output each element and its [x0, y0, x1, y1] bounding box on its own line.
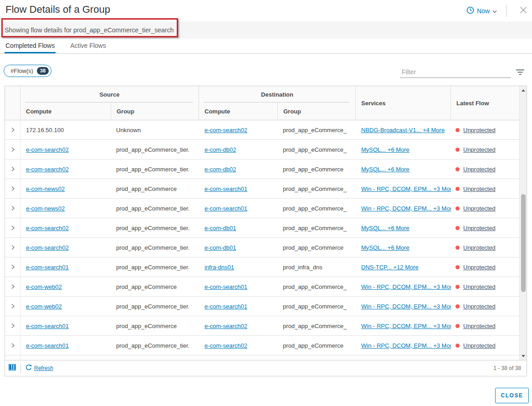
flow-count-pill[interactable]: #Flow(s) 38	[4, 65, 51, 77]
dest-compute-link[interactable]: e-com-search02	[199, 323, 277, 329]
tab-completed-flows[interactable]: Completed Flows	[5, 40, 56, 53]
status-dot	[455, 128, 460, 132]
unprotected-link[interactable]: Unprotected	[463, 225, 496, 231]
unprotected-link[interactable]: Unprotected	[463, 127, 496, 134]
services-link[interactable]: MySQL... +6 More	[356, 225, 451, 231]
source-group-column-header[interactable]: Group	[111, 103, 199, 120]
flow-count-label: #Flow(s)	[10, 67, 33, 74]
table-row: e-com-search01 prod_app_eCommerce e-com-…	[5, 316, 519, 336]
columns-icon[interactable]	[9, 364, 16, 372]
source-compute-link[interactable]: e-com-news02	[20, 185, 111, 192]
services-link[interactable]: MySQL... +6 More	[356, 166, 451, 173]
services-link[interactable]: NBDG-Broadcast-V1... +4 More	[356, 127, 451, 134]
unprotected-link[interactable]: Unprotected	[463, 303, 496, 310]
unprotected-link[interactable]: Unprotected	[463, 146, 496, 153]
expand-row-button[interactable]	[5, 336, 20, 355]
chevron-down-icon	[492, 7, 497, 15]
expand-row-button[interactable]	[5, 277, 20, 296]
source-compute-link[interactable]: e-com-search01	[20, 342, 111, 349]
scrollbar-up-button[interactable]	[520, 87, 527, 93]
services-link[interactable]: DNS-TCP... +12 More	[356, 264, 451, 271]
unprotected-link[interactable]: Unprotected	[463, 323, 496, 329]
services-column-header[interactable]: Services	[356, 86, 451, 120]
source-compute-link[interactable]: e-com-news02	[20, 205, 111, 212]
services-link[interactable]: Win - RPC, DCOM, EPM... +3 More	[356, 303, 451, 310]
services-link[interactable]: Win - RPC, DCOM, EPM... +3 More	[356, 205, 451, 212]
dest-compute-link[interactable]: e-com-search01	[199, 303, 277, 310]
chevron-right-icon	[10, 245, 15, 250]
dest-compute-link[interactable]: e-com-search01	[199, 283, 277, 290]
source-group-text: prod_app_eCommerce	[111, 283, 199, 290]
expand-row-button[interactable]	[5, 257, 20, 277]
expand-row-button[interactable]	[5, 297, 20, 316]
expand-row-button[interactable]	[5, 120, 20, 139]
dest-compute-column-header[interactable]: Compute	[199, 103, 277, 120]
dest-compute-link[interactable]: e-com-db02	[199, 146, 277, 153]
refresh-button[interactable]: Refresh	[26, 364, 53, 372]
dest-group-column-header[interactable]: Group	[277, 103, 356, 120]
latest-flow-column-header[interactable]: Latest Flow	[451, 86, 519, 120]
refresh-label: Refresh	[34, 365, 53, 371]
close-dialog-button[interactable]	[518, 6, 528, 16]
time-range-label: Now	[477, 7, 490, 15]
source-compute-link[interactable]: e-com-search02	[20, 166, 111, 173]
expand-row-button[interactable]	[5, 199, 20, 218]
source-compute-link[interactable]: e-com-web02	[20, 303, 111, 310]
expand-row-button[interactable]	[5, 218, 20, 237]
source-compute-link[interactable]: e-com-search01	[20, 323, 111, 329]
expand-row-button[interactable]	[5, 140, 20, 159]
services-link[interactable]: Win - RPC, DCOM, EPM... +3 More	[356, 342, 451, 349]
unprotected-link[interactable]: Unprotected	[463, 166, 496, 173]
time-range-dropdown[interactable]: Now	[466, 6, 497, 16]
scrollbar-thumb[interactable]	[521, 194, 526, 292]
chevron-right-icon	[10, 127, 15, 133]
filter-icon[interactable]	[516, 69, 525, 77]
services-link[interactable]: Win - RPC, DCOM, EPM... +3 More	[356, 283, 451, 290]
dest-compute-link[interactable]: infra-dns01	[199, 264, 277, 271]
expand-row-button[interactable]	[5, 316, 20, 335]
source-compute-link[interactable]: e-com-search01	[20, 264, 111, 271]
filter-input[interactable]	[400, 66, 511, 78]
flow-count-badge: 38	[37, 67, 49, 75]
unprotected-link[interactable]: Unprotected	[463, 205, 496, 212]
expand-row-button[interactable]	[5, 238, 20, 257]
status-dot	[455, 304, 460, 308]
dialog-header-actions: Now	[466, 5, 528, 17]
source-compute-column-header[interactable]: Compute	[20, 103, 111, 120]
unprotected-link[interactable]: Unprotected	[463, 244, 496, 251]
source-compute-link[interactable]: e-com-search02	[20, 225, 111, 231]
unprotected-link[interactable]: Unprotected	[463, 185, 496, 192]
chevron-right-icon	[10, 166, 15, 172]
unprotected-link[interactable]: Unprotected	[463, 283, 496, 290]
dest-compute-link[interactable]: e-com-search02	[199, 342, 277, 349]
flow-details-dialog: Flow Details of a Group Now Showing flow…	[0, 0, 532, 406]
source-compute-link[interactable]: e-com-search02	[20, 146, 111, 153]
services-link[interactable]: Win - RPC, DCOM, EPM... +3 More	[356, 323, 451, 329]
source-group-text: prod_app_eCommerce	[111, 185, 199, 192]
services-link[interactable]: Win - RPC, DCOM, EPM... +3 More	[356, 185, 451, 192]
table-scrollbar[interactable]	[519, 86, 527, 360]
services-link[interactable]: MySQL... +6 More	[356, 146, 451, 153]
source-compute-link[interactable]: e-com-search02	[20, 244, 111, 251]
dialog-subtitle: Showing flow details for prod_app_eComme…	[0, 21, 532, 39]
source-compute-link[interactable]: e-com-web02	[20, 283, 111, 290]
source-group-text: prod_app_eCommerce_tier.	[111, 244, 199, 251]
destination-group-header: Destination	[199, 86, 356, 103]
table-row: e-com-search02 prod_app_eCommerce_tier. …	[5, 218, 519, 238]
dest-compute-link[interactable]: e-com-search01	[199, 205, 277, 212]
tab-active-flows[interactable]: Active Flows	[69, 40, 107, 53]
expand-row-button[interactable]	[5, 159, 20, 179]
dest-compute-link[interactable]: e-com-search02	[199, 127, 277, 134]
scrollbar-down-button[interactable]	[520, 353, 527, 359]
dest-compute-link[interactable]: e-com-db01	[199, 244, 277, 251]
services-link[interactable]: MySQL... +6 More	[356, 244, 451, 251]
flows-table: Source Destination Compute Group Compute…	[5, 86, 527, 376]
close-button[interactable]: CLOSE	[495, 388, 529, 403]
unprotected-link[interactable]: Unprotected	[463, 342, 496, 349]
unprotected-link[interactable]: Unprotected	[463, 264, 496, 271]
dest-compute-link[interactable]: e-com-search01	[199, 185, 277, 192]
dest-compute-link[interactable]: e-com-db02	[199, 166, 277, 173]
dest-compute-link[interactable]: e-com-db01	[199, 225, 277, 231]
source-group-text: Unknown	[111, 127, 199, 134]
expand-row-button[interactable]	[5, 179, 20, 198]
